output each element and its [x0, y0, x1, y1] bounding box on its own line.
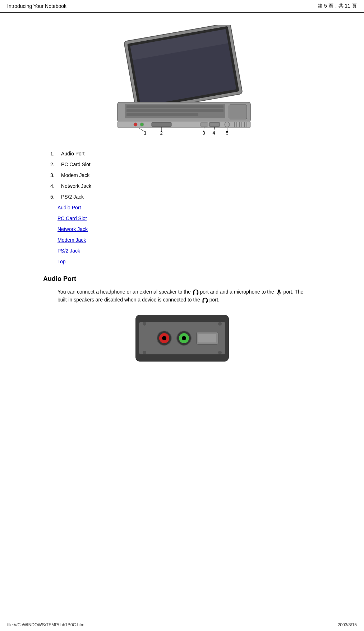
page-header: Introducing Your Notebook 第 5 頁，共 11 頁 [0, 0, 364, 11]
ps2-jack-link[interactable]: PS/2 Jack [57, 248, 80, 254]
svg-text:1: 1 [144, 130, 146, 136]
svg-rect-38 [203, 301, 204, 303]
top-link[interactable]: Top [57, 259, 66, 264]
list-label-5: PS/2 Jack [61, 194, 84, 200]
svg-point-44 [162, 336, 166, 340]
header-page-info: 第 5 頁，共 11 頁 [318, 3, 357, 9]
link-item-ps2: PS/2 Jack [57, 248, 342, 254]
list-label-3: Modem Jack [61, 172, 89, 178]
audio-port-description: You can connect a headphone or an extern… [57, 288, 309, 304]
laptop-image-container: 1 2 3 4 5 [22, 25, 342, 140]
audio-port-link[interactable]: Audio Port [57, 205, 81, 210]
header-divider [0, 12, 364, 13]
modem-jack-link[interactable]: Modem Jack [57, 237, 86, 243]
link-item-audio: Audio Port [57, 205, 342, 210]
link-item-top: Top [57, 259, 342, 264]
footer-date: 2003/8/15 [338, 622, 357, 627]
list-num-4: 4. [50, 183, 61, 189]
svg-point-50 [143, 322, 146, 326]
headphone-icon-2 [202, 297, 208, 304]
list-item-2: 2. PC Card Slot [50, 162, 342, 167]
list-item-5: 5. PS/2 Jack [50, 194, 342, 200]
list-item-3: 3. Modem Jack [50, 172, 342, 178]
link-item-network: Network Jack [57, 226, 342, 232]
audio-description-text: You can connect a headphone or an extern… [57, 288, 309, 304]
svg-rect-9 [229, 105, 247, 119]
svg-rect-8 [126, 113, 198, 116]
list-num-2: 2. [50, 162, 61, 167]
audio-port-section-title: Audio Port [43, 275, 342, 283]
list-num-1: 1. [50, 151, 61, 156]
svg-point-53 [218, 351, 222, 354]
svg-point-12 [140, 123, 144, 126]
svg-point-47 [182, 336, 186, 340]
svg-rect-14 [200, 123, 208, 126]
svg-rect-35 [278, 290, 280, 293]
svg-point-11 [134, 123, 137, 126]
svg-rect-7 [126, 109, 224, 112]
microphone-icon [276, 289, 282, 295]
audio-image-container [22, 315, 342, 362]
svg-rect-15 [209, 122, 220, 127]
svg-rect-6 [126, 105, 224, 108]
link-item-modem: Modem Jack [57, 237, 342, 243]
svg-rect-39 [206, 301, 207, 303]
footer-divider [7, 376, 357, 376]
network-jack-link[interactable]: Network Jack [57, 226, 88, 232]
list-item-4: 4. Network Jack [50, 183, 342, 189]
link-list: Audio Port PC Card Slot Network Jack Mod… [57, 205, 342, 264]
list-num-3: 3. [50, 172, 61, 178]
header-title: Introducing Your Notebook [7, 3, 66, 9]
list-label-2: PC Card Slot [61, 162, 91, 167]
main-content: 1 2 3 4 5 1. Audio Port 2. PC Card Slot [0, 14, 364, 376]
laptop-image: 1 2 3 4 5 [89, 25, 276, 140]
svg-point-52 [143, 351, 146, 354]
svg-point-51 [218, 322, 222, 326]
footer-path: file:///C:\WINDOWS\TEMP\ hb1B0C.htm [7, 622, 84, 627]
svg-rect-49 [198, 334, 216, 342]
pc-card-slot-link[interactable]: PC Card Slot [57, 215, 87, 221]
svg-point-16 [225, 122, 230, 127]
list-label-1: Audio Port [61, 151, 84, 156]
list-item-1: 1. Audio Port [50, 151, 342, 156]
list-label-4: Network Jack [61, 183, 91, 189]
link-item-pccard: PC Card Slot [57, 215, 342, 221]
port-list: 1. Audio Port 2. PC Card Slot 3. Modem J… [50, 151, 342, 200]
page-footer: file:///C:\WINDOWS\TEMP\ hb1B0C.htm 2003… [0, 622, 364, 627]
list-num-5: 5. [50, 194, 61, 200]
headphone-icon [192, 289, 199, 295]
svg-rect-34 [197, 293, 198, 295]
svg-rect-13 [152, 122, 171, 127]
svg-rect-33 [193, 293, 194, 295]
audio-port-image [135, 315, 229, 362]
